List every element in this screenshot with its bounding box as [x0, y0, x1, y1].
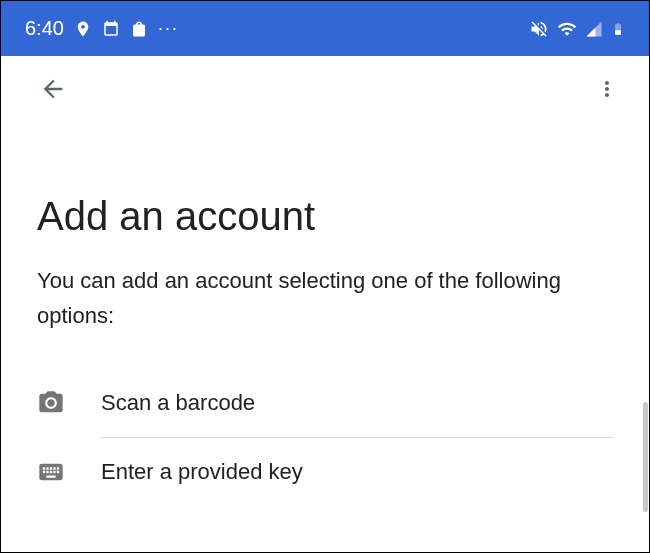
camera-icon	[37, 389, 65, 417]
signal-icon	[585, 20, 603, 38]
scrollbar-indicator	[643, 402, 648, 512]
status-left: 6:40 ···	[25, 17, 179, 40]
more-dots-icon: ···	[158, 18, 179, 39]
option-scan-barcode[interactable]: Scan a barcode	[37, 369, 613, 437]
keyboard-icon	[37, 458, 65, 486]
option-enter-key[interactable]: Enter a provided key	[37, 438, 613, 506]
more-vert-icon	[595, 87, 619, 104]
option-scan-label: Scan a barcode	[101, 390, 255, 416]
page-subtitle: You can add an account selecting one of …	[37, 263, 613, 333]
wifi-icon	[557, 19, 577, 39]
status-right	[529, 19, 625, 39]
shopping-icon	[130, 20, 148, 38]
page-title: Add an account	[37, 194, 613, 239]
calendar-icon	[102, 20, 120, 38]
mute-icon	[529, 19, 549, 39]
back-button[interactable]	[31, 67, 75, 115]
maps-icon	[74, 20, 92, 38]
app-bar	[1, 56, 649, 126]
status-bar: 6:40 ···	[1, 1, 649, 56]
battery-icon	[611, 19, 625, 39]
back-arrow-icon	[39, 89, 67, 106]
content-area: Add an account You can add an account se…	[1, 126, 649, 506]
status-time: 6:40	[25, 17, 64, 40]
option-enter-key-label: Enter a provided key	[101, 459, 303, 485]
more-menu-button[interactable]	[587, 69, 627, 113]
